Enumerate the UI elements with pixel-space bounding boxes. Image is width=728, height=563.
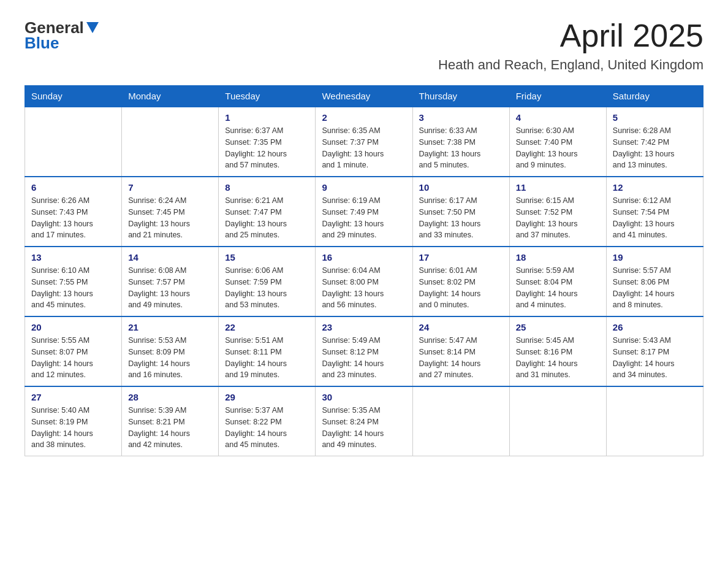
calendar-cell: 11Sunrise: 6:15 AMSunset: 7:52 PMDayligh… <box>509 177 606 247</box>
day-info: Sunrise: 6:21 AMSunset: 7:47 PMDaylight:… <box>225 195 309 241</box>
title-section: April 2025 Heath and Reach, England, Uni… <box>438 18 703 73</box>
calendar-cell: 25Sunrise: 5:45 AMSunset: 8:16 PMDayligh… <box>509 316 606 386</box>
day-number: 28 <box>128 392 212 402</box>
weekday-header-wednesday: Wednesday <box>316 86 412 107</box>
calendar-cell: 21Sunrise: 5:53 AMSunset: 8:09 PMDayligh… <box>122 316 219 386</box>
calendar-cell <box>122 107 219 177</box>
calendar-cell: 26Sunrise: 5:43 AMSunset: 8:17 PMDayligh… <box>606 316 703 386</box>
weekday-header-saturday: Saturday <box>606 86 703 107</box>
day-info: Sunrise: 5:35 AMSunset: 8:24 PMDaylight:… <box>322 405 406 451</box>
calendar-cell: 12Sunrise: 6:12 AMSunset: 7:54 PMDayligh… <box>606 177 703 247</box>
calendar-cell: 19Sunrise: 5:57 AMSunset: 8:06 PMDayligh… <box>606 247 703 316</box>
calendar-cell: 9Sunrise: 6:19 AMSunset: 7:49 PMDaylight… <box>316 177 412 247</box>
day-number: 3 <box>419 112 503 123</box>
day-number: 13 <box>31 252 115 262</box>
weekday-header-thursday: Thursday <box>412 86 509 107</box>
calendar-cell: 30Sunrise: 5:35 AMSunset: 8:24 PMDayligh… <box>316 386 412 456</box>
calendar-week-row-5: 27Sunrise: 5:40 AMSunset: 8:19 PMDayligh… <box>25 386 703 456</box>
day-number: 20 <box>31 322 115 332</box>
day-info: Sunrise: 6:37 AMSunset: 7:35 PMDaylight:… <box>225 125 309 171</box>
day-number: 18 <box>516 252 600 262</box>
calendar-cell <box>606 386 703 456</box>
day-number: 30 <box>322 392 406 402</box>
calendar-cell: 10Sunrise: 6:17 AMSunset: 7:50 PMDayligh… <box>412 177 509 247</box>
day-info: Sunrise: 6:15 AMSunset: 7:52 PMDaylight:… <box>516 195 600 241</box>
day-info: Sunrise: 6:04 AMSunset: 8:00 PMDaylight:… <box>322 265 406 311</box>
day-info: Sunrise: 6:35 AMSunset: 7:37 PMDaylight:… <box>322 125 406 171</box>
day-info: Sunrise: 6:19 AMSunset: 7:49 PMDaylight:… <box>322 195 406 241</box>
calendar-cell: 2Sunrise: 6:35 AMSunset: 7:37 PMDaylight… <box>316 107 412 177</box>
day-number: 24 <box>419 322 503 332</box>
day-number: 21 <box>128 322 212 332</box>
calendar-cell: 8Sunrise: 6:21 AMSunset: 7:47 PMDaylight… <box>219 177 316 247</box>
day-info: Sunrise: 5:53 AMSunset: 8:09 PMDaylight:… <box>128 335 212 381</box>
day-number: 14 <box>128 252 212 262</box>
calendar-week-row-1: 1Sunrise: 6:37 AMSunset: 7:35 PMDaylight… <box>25 107 703 177</box>
day-info: Sunrise: 5:49 AMSunset: 8:12 PMDaylight:… <box>322 335 406 381</box>
calendar-cell: 4Sunrise: 6:30 AMSunset: 7:40 PMDaylight… <box>509 107 606 177</box>
day-info: Sunrise: 5:57 AMSunset: 8:06 PMDaylight:… <box>613 265 697 311</box>
calendar-cell: 18Sunrise: 5:59 AMSunset: 8:04 PMDayligh… <box>509 247 606 316</box>
calendar-week-row-4: 20Sunrise: 5:55 AMSunset: 8:07 PMDayligh… <box>25 316 703 386</box>
logo-blue: Blue <box>25 34 59 53</box>
day-info: Sunrise: 6:12 AMSunset: 7:54 PMDaylight:… <box>613 195 697 241</box>
page-header: General Blue April 2025 Heath and Reach,… <box>25 18 703 73</box>
weekday-header-monday: Monday <box>122 86 219 107</box>
calendar-cell: 24Sunrise: 5:47 AMSunset: 8:14 PMDayligh… <box>412 316 509 386</box>
calendar-cell: 5Sunrise: 6:28 AMSunset: 7:42 PMDaylight… <box>606 107 703 177</box>
day-number: 15 <box>225 252 309 262</box>
calendar-cell: 28Sunrise: 5:39 AMSunset: 8:21 PMDayligh… <box>122 386 219 456</box>
calendar-cell: 1Sunrise: 6:37 AMSunset: 7:35 PMDaylight… <box>219 107 316 177</box>
day-info: Sunrise: 5:51 AMSunset: 8:11 PMDaylight:… <box>225 335 309 381</box>
calendar-cell: 29Sunrise: 5:37 AMSunset: 8:22 PMDayligh… <box>219 386 316 456</box>
day-number: 1 <box>225 112 309 123</box>
svg-marker-0 <box>86 22 99 33</box>
day-number: 22 <box>225 322 309 332</box>
day-number: 29 <box>225 392 309 402</box>
calendar-cell <box>412 386 509 456</box>
day-number: 27 <box>31 392 115 402</box>
calendar-week-row-2: 6Sunrise: 6:26 AMSunset: 7:43 PMDaylight… <box>25 177 703 247</box>
day-info: Sunrise: 5:55 AMSunset: 8:07 PMDaylight:… <box>31 335 115 381</box>
day-info: Sunrise: 6:08 AMSunset: 7:57 PMDaylight:… <box>128 265 212 311</box>
day-number: 6 <box>31 182 115 193</box>
calendar-cell: 20Sunrise: 5:55 AMSunset: 8:07 PMDayligh… <box>25 316 122 386</box>
calendar-cell: 23Sunrise: 5:49 AMSunset: 8:12 PMDayligh… <box>316 316 412 386</box>
day-info: Sunrise: 6:26 AMSunset: 7:43 PMDaylight:… <box>31 195 115 241</box>
weekday-header-row: SundayMondayTuesdayWednesdayThursdayFrid… <box>25 86 703 107</box>
day-number: 7 <box>128 182 212 193</box>
calendar-cell: 7Sunrise: 6:24 AMSunset: 7:45 PMDaylight… <box>122 177 219 247</box>
calendar-cell: 6Sunrise: 6:26 AMSunset: 7:43 PMDaylight… <box>25 177 122 247</box>
calendar-cell: 16Sunrise: 6:04 AMSunset: 8:00 PMDayligh… <box>316 247 412 316</box>
calendar-cell <box>25 107 122 177</box>
day-number: 8 <box>225 182 309 193</box>
day-info: Sunrise: 6:17 AMSunset: 7:50 PMDaylight:… <box>419 195 503 241</box>
day-info: Sunrise: 6:28 AMSunset: 7:42 PMDaylight:… <box>613 125 697 171</box>
calendar-cell: 14Sunrise: 6:08 AMSunset: 7:57 PMDayligh… <box>122 247 219 316</box>
day-info: Sunrise: 6:30 AMSunset: 7:40 PMDaylight:… <box>516 125 600 171</box>
day-number: 16 <box>322 252 406 262</box>
day-number: 23 <box>322 322 406 332</box>
logo: General Blue <box>25 18 99 53</box>
day-number: 26 <box>613 322 697 332</box>
day-info: Sunrise: 5:39 AMSunset: 8:21 PMDaylight:… <box>128 405 212 451</box>
day-info: Sunrise: 5:59 AMSunset: 8:04 PMDaylight:… <box>516 265 600 311</box>
calendar-cell: 15Sunrise: 6:06 AMSunset: 7:59 PMDayligh… <box>219 247 316 316</box>
calendar-cell: 3Sunrise: 6:33 AMSunset: 7:38 PMDaylight… <box>412 107 509 177</box>
day-info: Sunrise: 5:43 AMSunset: 8:17 PMDaylight:… <box>613 335 697 381</box>
calendar-week-row-3: 13Sunrise: 6:10 AMSunset: 7:55 PMDayligh… <box>25 247 703 316</box>
day-number: 10 <box>419 182 503 193</box>
day-number: 11 <box>516 182 600 193</box>
day-info: Sunrise: 5:40 AMSunset: 8:19 PMDaylight:… <box>31 405 115 451</box>
day-number: 5 <box>613 112 697 123</box>
calendar-cell: 17Sunrise: 6:01 AMSunset: 8:02 PMDayligh… <box>412 247 509 316</box>
day-info: Sunrise: 5:37 AMSunset: 8:22 PMDaylight:… <box>225 405 309 451</box>
day-number: 19 <box>613 252 697 262</box>
calendar-cell: 22Sunrise: 5:51 AMSunset: 8:11 PMDayligh… <box>219 316 316 386</box>
day-info: Sunrise: 6:01 AMSunset: 8:02 PMDaylight:… <box>419 265 503 311</box>
day-info: Sunrise: 6:10 AMSunset: 7:55 PMDaylight:… <box>31 265 115 311</box>
calendar-cell: 27Sunrise: 5:40 AMSunset: 8:19 PMDayligh… <box>25 386 122 456</box>
calendar-table: SundayMondayTuesdayWednesdayThursdayFrid… <box>25 85 703 456</box>
weekday-header-friday: Friday <box>509 86 606 107</box>
weekday-header-tuesday: Tuesday <box>219 86 316 107</box>
